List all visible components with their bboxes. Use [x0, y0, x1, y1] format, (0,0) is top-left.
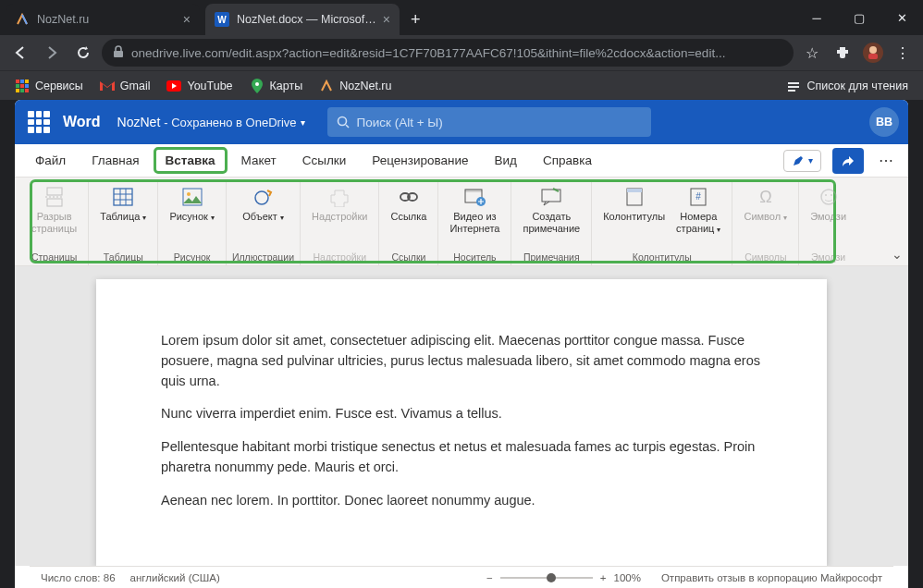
svg-rect-13 [20, 89, 24, 92]
svg-rect-17 [788, 82, 799, 84]
ribbon-btn-comment[interactable]: Создать примечание [517, 183, 585, 236]
ribbon-btn-picture[interactable]: Рисунок ▾ [164, 183, 220, 225]
tab-home[interactable]: Главная [80, 148, 150, 173]
ribbon-expand-chevron[interactable]: ⌄ [892, 247, 903, 262]
ribbon-group-pages: Разрыв страницыСтраницы [20, 181, 89, 265]
svg-rect-10 [20, 84, 24, 88]
paragraph[interactable]: Lorem ipsum dolor sit amet, consectetuer… [161, 331, 762, 391]
ribbon-group-comments: Создать примечаниеПримечания [511, 181, 592, 265]
browser-titlebar: NozNet.ru × W NozNet.docx — Microsoft Wo… [0, 0, 923, 35]
paragraph[interactable]: Aenean nec lorem. In porttitor. Donec la… [161, 491, 762, 511]
word-online-app: Word NozNet - Сохранено в OneDrive ▾ Пои… [15, 100, 908, 588]
search-input[interactable]: Поиск (Alt + Ы) [327, 107, 651, 137]
tab-help[interactable]: Справка [532, 148, 603, 173]
ribbon-btn-video[interactable]: Видео из Интернета [444, 183, 505, 236]
ribbon-group-picture: Рисунок ▾Рисунок [158, 181, 227, 265]
zoom-value[interactable]: 100% [614, 572, 641, 583]
ribbon-group-emoji: ЭмодзиЭмодзи [799, 181, 857, 265]
share-button[interactable] [832, 148, 864, 174]
ribbon-btn-symbol: ΩСимвол ▾ [738, 183, 793, 225]
bookmark-youtube[interactable]: YouTube [159, 75, 240, 97]
ribbon-btn-pagenum[interactable]: #Номера страниц ▾ [671, 183, 726, 236]
svg-line-21 [346, 125, 349, 128]
language[interactable]: английский (США) [130, 572, 220, 583]
group-label: Колонтитулы [633, 250, 692, 265]
paragraph[interactable]: Nunc viverra imperdiet enim. Fusce est. … [161, 404, 762, 424]
svg-point-44 [821, 190, 836, 204]
zoom-out-button[interactable]: − [486, 572, 493, 583]
svg-point-31 [187, 192, 191, 196]
document-name[interactable]: NozNet [117, 115, 161, 129]
document-canvas[interactable]: Lorem ipsum dolor sit amet, consectetuer… [15, 266, 908, 566]
bookmark-noznet[interactable]: NozNet.ru [312, 75, 399, 97]
svg-rect-8 [25, 80, 29, 83]
browser-tab-1[interactable]: NozNet.ru × [6, 4, 200, 35]
svg-rect-40 [627, 189, 642, 192]
ribbon-btn-headers[interactable]: Колонтитулы [597, 183, 671, 225]
ribbon-btn-link[interactable]: Ссылка [385, 183, 432, 225]
reading-list[interactable]: Список для чтения [779, 75, 916, 97]
bookmark-services[interactable]: Сервисы [7, 75, 91, 97]
paragraph[interactable]: Pellentesque habitant morbi tristique se… [161, 437, 762, 478]
ribbon-btn-emoji: Эмодзи [805, 183, 852, 225]
svg-rect-22 [47, 188, 62, 195]
zoom-slider[interactable] [500, 577, 593, 579]
pen-icon [792, 154, 805, 167]
app-launcher-icon[interactable] [24, 107, 54, 137]
ribbon-btn-table[interactable]: Таблица ▾ [94, 183, 152, 225]
url-field[interactable]: onedrive.live.com/edit.aspx?action=edit&… [102, 39, 794, 67]
more-button[interactable]: ⋯ [873, 148, 899, 174]
minimize-button[interactable]: ─ [795, 0, 838, 35]
back-button[interactable] [7, 40, 33, 66]
maps-icon [250, 79, 265, 93]
favicon-noznet [15, 12, 30, 27]
close-icon[interactable]: × [183, 12, 191, 27]
tab-file[interactable]: Файл [24, 148, 77, 173]
ribbon-group-media: Видео из ИнтернетаНоситель [438, 181, 511, 265]
tab-layout[interactable]: Макет [230, 148, 288, 173]
document-page[interactable]: Lorem ipsum dolor sit amet, consectetuer… [96, 279, 827, 566]
address-bar: onedrive.live.com/edit.aspx?action=edit&… [0, 35, 923, 70]
bookmark-gmail[interactable]: Gmail [92, 75, 158, 97]
group-label: Надстройки [313, 250, 366, 265]
svg-point-20 [338, 117, 346, 126]
ribbon-group-links: СсылкаСсылки [379, 181, 438, 265]
lock-icon [113, 45, 124, 61]
browser-tab-2[interactable]: W NozNet.docx — Microsoft Word × [205, 4, 400, 35]
save-status[interactable]: - Сохранено в OneDrive [164, 116, 296, 129]
editing-mode-dropdown[interactable]: ▾ [783, 150, 821, 172]
emoji-icon [816, 185, 842, 209]
reload-button[interactable] [70, 40, 96, 66]
maximize-button[interactable]: ▢ [838, 0, 880, 35]
star-icon[interactable]: ☆ [799, 40, 825, 66]
tab-review[interactable]: Рецензирование [361, 148, 479, 173]
extensions-icon[interactable] [831, 40, 856, 66]
chevron-down-icon[interactable]: ▾ [301, 117, 305, 128]
word-count[interactable]: Число слов: 86 [41, 572, 116, 583]
ribbon-group-headers: Колонтитулы#Номера страниц ▾Колонтитулы [592, 181, 732, 265]
close-window-button[interactable]: ✕ [880, 0, 923, 35]
svg-rect-7 [20, 80, 24, 83]
profile-avatar[interactable] [862, 42, 884, 64]
feedback-link[interactable]: Отправить отзыв в корпорацию Майкрософт [661, 572, 882, 583]
group-label: Таблицы [104, 250, 143, 265]
tab-view[interactable]: Вид [484, 148, 528, 173]
close-icon[interactable]: × [383, 12, 390, 27]
tab-insert[interactable]: Вставка [154, 148, 227, 173]
ribbon-tabs: Файл Главная Вставка Макет Ссылки Реценз… [15, 144, 908, 178]
word-brand[interactable]: Word [63, 114, 101, 130]
forward-button[interactable] [39, 40, 65, 66]
menu-icon[interactable]: ⋮ [890, 40, 916, 66]
new-tab-button[interactable]: + [411, 10, 421, 30]
picture-icon [179, 185, 205, 209]
svg-point-45 [825, 194, 827, 196]
chevron-down-icon: ▾ [808, 155, 813, 165]
user-avatar[interactable]: ВВ [869, 107, 899, 137]
tab-title: NozNet.ru [37, 13, 178, 26]
bookmark-maps[interactable]: Карты [242, 75, 311, 97]
svg-rect-18 [788, 86, 799, 88]
tab-references[interactable]: Ссылки [291, 148, 358, 173]
zoom-in-button[interactable]: + [600, 572, 607, 583]
svg-text:Ω: Ω [759, 188, 771, 206]
ribbon-btn-object[interactable]: Объект ▾ [237, 183, 289, 225]
